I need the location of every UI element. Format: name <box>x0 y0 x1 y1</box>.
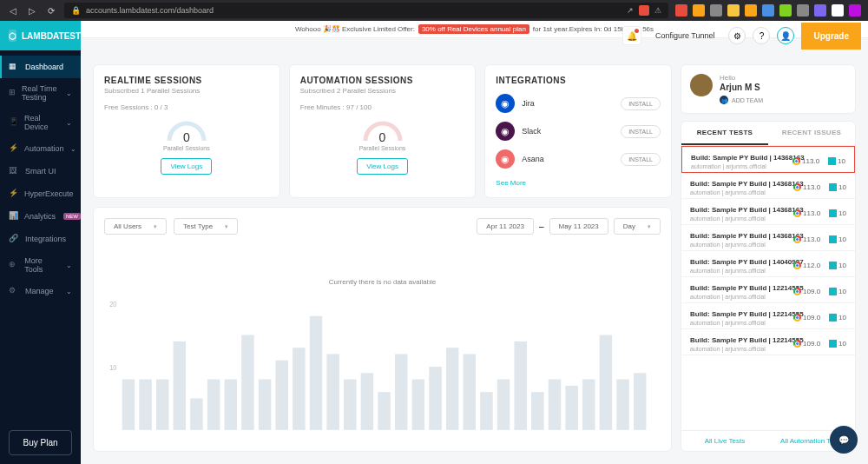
install-button[interactable]: INSTALL <box>621 97 661 110</box>
extension-icon[interactable] <box>710 4 722 17</box>
test-item[interactable]: Build: Sample PY Build | 14368163automat… <box>681 173 855 199</box>
nav-label: Real Device <box>24 114 60 131</box>
shield-icon[interactable] <box>639 5 649 16</box>
svg-rect-17 <box>378 392 390 430</box>
share-icon[interactable]: ↗ <box>627 6 634 15</box>
nav-menu: ▦Dashboard⊞Real Time Testing⌄📱Real Devic… <box>0 50 81 421</box>
chrome-version: 113.0 <box>793 209 820 217</box>
extension-icon[interactable] <box>745 4 757 17</box>
extension-icon[interactable] <box>779 4 792 17</box>
install-button[interactable]: INSTALL <box>621 125 661 138</box>
test-item[interactable]: Build: Sample PY Build | 12214555automat… <box>681 303 855 329</box>
test-item[interactable]: Build: Sample PY Build | 14368163automat… <box>681 146 855 173</box>
sidebar-item-analytics[interactable]: 📊AnalyticsNEW <box>0 205 81 228</box>
help-icon[interactable]: ? <box>753 27 770 44</box>
install-button[interactable]: INSTALL <box>621 153 661 166</box>
windows-version: 10 <box>829 235 846 243</box>
view-logs-button[interactable]: View Logs <box>357 158 408 175</box>
no-data-message: Currently there is no data available <box>104 278 661 286</box>
chat-icon: 💬 <box>838 435 849 445</box>
configure-tunnel-button[interactable]: Configure Tunnel <box>648 27 722 44</box>
chrome-version: 113.0 <box>792 157 819 165</box>
sidebar-item-more-tools[interactable]: ⊕More Tools⌄ <box>0 250 81 280</box>
svg-rect-19 <box>412 380 424 430</box>
extension-icon[interactable] <box>832 4 844 17</box>
test-item[interactable]: Build: Sample PY Build | 12214555automat… <box>681 329 855 355</box>
extension-icon[interactable] <box>797 4 809 17</box>
see-more-link[interactable]: See More <box>496 179 661 187</box>
nav-icon: 📊 <box>9 211 18 222</box>
view-logs-button[interactable]: View Logs <box>161 158 212 175</box>
usage-chart-card: All Users▾ Test Type▾ Apr 11 2023 – May … <box>93 207 672 452</box>
extension-icon[interactable] <box>814 4 826 17</box>
chrome-version: 113.0 <box>793 235 820 243</box>
chrome-icon <box>793 183 801 191</box>
add-team-button[interactable]: 👥 ADD TEAM <box>720 96 763 104</box>
sidebar-item-smart-ui[interactable]: 🖼Smart UI <box>0 160 81 182</box>
windows-version: 10 <box>829 183 846 191</box>
sidebar-item-real-time-testing[interactable]: ⊞Real Time Testing⌄ <box>0 78 81 108</box>
sidebar-item-integrations[interactable]: 🔗Integrations <box>0 228 81 250</box>
extension-icon[interactable] <box>675 4 687 17</box>
users-filter[interactable]: All Users▾ <box>104 218 167 235</box>
svg-rect-9 <box>241 335 253 430</box>
tab-recent-issues[interactable]: RECENT ISSUES <box>768 122 855 145</box>
test-item[interactable]: Build: Sample PY Build | 12214555automat… <box>681 277 855 303</box>
chevron-down-icon: ⌄ <box>66 262 72 269</box>
add-team-icon: 👥 <box>720 96 728 104</box>
sidebar-item-dashboard[interactable]: ▦Dashboard <box>0 56 81 78</box>
windows-icon <box>829 262 837 269</box>
forward-icon[interactable]: ▷ <box>26 4 38 17</box>
notification-icon[interactable]: 🔔 <box>622 26 641 45</box>
gauge-label: Parallel Sessions <box>163 145 210 151</box>
back-icon[interactable]: ◁ <box>7 4 19 17</box>
nav-icon: 🔗 <box>9 234 19 244</box>
chat-fab[interactable]: 💬 <box>830 426 858 454</box>
sidebar-item-hyperexecute[interactable]: ⚡HyperExecute <box>0 182 81 205</box>
logo[interactable]: ⬡ LAMBDATEST <box>0 21 81 50</box>
nav-label: Automation <box>24 144 64 153</box>
settings-icon[interactable]: ⚙ <box>728 27 746 44</box>
extension-icon[interactable] <box>727 4 740 17</box>
svg-rect-2 <box>122 380 135 430</box>
sidebar-item-automation[interactable]: ⚡Automation⌄ <box>0 137 81 160</box>
svg-rect-5 <box>174 341 186 430</box>
chevron-down-icon: ⌄ <box>66 89 72 97</box>
svg-rect-26 <box>531 392 543 430</box>
profile-icon[interactable]: 👤 <box>777 27 794 44</box>
nav-icon: ⊞ <box>9 88 16 98</box>
nav-icon: ⊕ <box>9 260 18 270</box>
chevron-down-icon: ⌄ <box>66 288 72 295</box>
all-live-tests-link[interactable]: All Live Tests <box>681 431 768 451</box>
nav-icon: 📱 <box>9 117 18 128</box>
nav-label: Real Time Testing <box>22 84 60 102</box>
svg-rect-22 <box>464 354 476 429</box>
svg-rect-31 <box>616 380 628 430</box>
test-type-filter[interactable]: Test Type▾ <box>174 218 238 235</box>
sidebar-item-real-device[interactable]: 📱Real Device⌄ <box>0 108 81 137</box>
svg-rect-12 <box>293 348 305 430</box>
test-item[interactable]: Build: Sample PY Build | 14368163automat… <box>681 225 855 251</box>
date-to-filter[interactable]: May 11 2023 <box>549 218 608 235</box>
upgrade-button[interactable]: Upgrade <box>801 23 861 50</box>
reload-icon[interactable]: ⟳ <box>45 4 57 17</box>
url-bar[interactable]: 🔒 accounts.lambdatest.com/dashboard ↗ ⚠ <box>64 3 668 18</box>
extension-icon[interactable] <box>693 4 705 17</box>
test-item[interactable]: Build: Sample PY Build | 14368163automat… <box>681 199 855 225</box>
svg-rect-11 <box>275 361 287 430</box>
svg-rect-30 <box>600 335 612 430</box>
nav-badge: NEW <box>63 213 81 220</box>
buy-plan-button[interactable]: Buy Plan <box>9 430 72 455</box>
extension-icon[interactable] <box>849 4 861 17</box>
extension-icon[interactable] <box>762 4 774 17</box>
integration-icon: ◉ <box>496 122 515 141</box>
test-item[interactable]: Build: Sample PY Build | 14040987automat… <box>681 251 855 277</box>
svg-rect-6 <box>190 398 202 429</box>
svg-rect-13 <box>310 316 322 430</box>
avatar[interactable] <box>690 74 713 96</box>
tab-recent-tests[interactable]: RECENT TESTS <box>681 122 768 145</box>
unit-filter[interactable]: Day▾ <box>614 218 661 235</box>
chrome-icon <box>793 340 801 348</box>
date-from-filter[interactable]: Apr 11 2023 <box>477 218 534 235</box>
sidebar-item-manage[interactable]: ⚙Manage⌄ <box>0 280 81 302</box>
